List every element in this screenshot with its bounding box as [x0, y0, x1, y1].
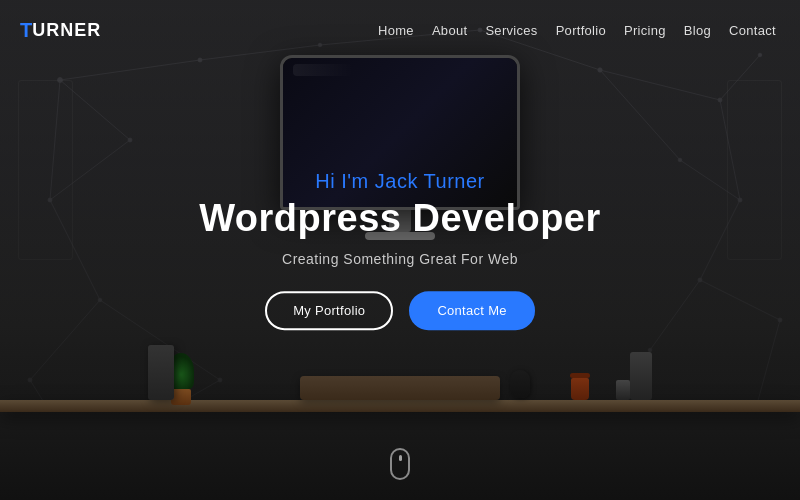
nav-item-portfolio[interactable]: Portfolio: [556, 21, 606, 39]
nav-link-pricing[interactable]: Pricing: [624, 23, 666, 38]
hero-title: Wordpress Developer: [160, 197, 640, 241]
nav-link-home[interactable]: Home: [378, 23, 414, 38]
scroll-dot: [399, 455, 402, 461]
hero-description: Creating Something Great For Web: [160, 251, 640, 267]
portfolio-button[interactable]: My Portfolio: [265, 291, 393, 330]
cup-item: [570, 373, 590, 400]
nav-item-contact[interactable]: Contact: [729, 21, 776, 39]
logo[interactable]: T URNER: [20, 19, 101, 42]
nav-links: Home About Services Portfolio Pricing Bl…: [378, 21, 776, 39]
cup-body: [571, 378, 589, 400]
mouse: [510, 370, 530, 398]
hero-section: T URNER Home About Services Portfolio Pr…: [0, 0, 800, 500]
nav-link-portfolio[interactable]: Portfolio: [556, 23, 606, 38]
nav-item-pricing[interactable]: Pricing: [624, 21, 666, 39]
nav-item-blog[interactable]: Blog: [684, 21, 711, 39]
logo-t: T: [20, 19, 32, 42]
desk-surface: [0, 400, 800, 412]
speaker-right-body: [630, 352, 652, 400]
monitor-shine: [293, 64, 353, 76]
nav-link-services[interactable]: Services: [485, 23, 537, 38]
logo-text: URNER: [32, 20, 101, 41]
nav-item-services[interactable]: Services: [485, 21, 537, 39]
hero-subtitle: Hi I'm Jack Turner: [160, 170, 640, 193]
scroll-indicator: [390, 448, 410, 480]
nav-link-about[interactable]: About: [432, 23, 467, 38]
nav-link-blog[interactable]: Blog: [684, 23, 711, 38]
contact-button[interactable]: Contact Me: [409, 291, 534, 330]
hero-content: Hi I'm Jack Turner Wordpress Developer C…: [160, 170, 640, 330]
navbar: T URNER Home About Services Portfolio Pr…: [0, 0, 800, 60]
small-box: [616, 380, 630, 400]
small-desk-item: [616, 380, 630, 400]
hero-buttons: My Portfolio Contact Me: [160, 291, 640, 330]
speaker-left: [148, 345, 174, 400]
nav-item-home[interactable]: Home: [378, 21, 414, 39]
speaker-left-body: [148, 345, 174, 400]
plant-pot: [171, 389, 191, 405]
keyboard: [300, 376, 500, 400]
scroll-mouse-icon: [390, 448, 410, 480]
nav-link-contact[interactable]: Contact: [729, 23, 776, 38]
nav-item-about[interactable]: About: [432, 21, 467, 39]
speaker-right: [630, 352, 652, 400]
